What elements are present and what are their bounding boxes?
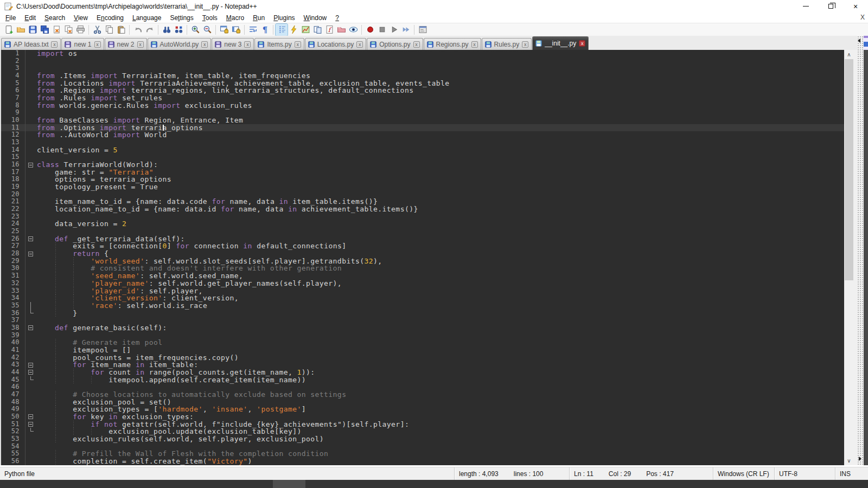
code-line[interactable]: 12from ..AutoWorld import World [1,131,844,139]
tab-close-icon[interactable]: x [579,40,585,47]
copy-icon[interactable] [103,24,115,36]
code-line[interactable]: 36 } [1,310,844,317]
tab-close-icon[interactable]: x [201,41,208,48]
code-line[interactable]: 55 # Prefill the Wall of Flesh with the … [1,450,844,458]
monitoring-eye-icon[interactable] [347,24,359,36]
menu-?[interactable]: ? [331,13,343,23]
show-all-characters-icon[interactable]: ¶ [259,24,271,36]
scroll-up-arrow-icon[interactable]: ∧ [844,50,854,59]
close-file-icon[interactable] [50,24,62,36]
tab-regions-py[interactable]: Regions.pyx [424,38,481,50]
code-line[interactable]: 16class TerrariaWorld(World): [1,161,844,169]
code-line[interactable]: 23 [1,213,844,221]
function-completion-icon[interactable] [288,24,299,36]
tab-close-icon[interactable]: x [244,41,251,48]
code-line[interactable]: 7from .Rules import set_rules [1,94,844,102]
fold-collapse-icon[interactable] [25,324,37,332]
tab-rules-py[interactable]: Rules.pyx [482,38,532,50]
menu-edit[interactable]: Edit [20,13,40,23]
redo-icon[interactable] [144,24,156,36]
document-map-icon[interactable] [299,24,311,36]
menu-search[interactable]: Search [40,13,69,23]
menu-settings[interactable]: Settings [165,13,197,23]
restore-button[interactable] [818,0,843,12]
tab-new-1[interactable]: new 1x [61,38,104,50]
code-line[interactable]: 14client_version = 5 [1,146,844,154]
code-line[interactable]: 8from worlds.generic.Rules import exclus… [1,102,844,110]
status-eol-format[interactable]: Windows (CR LF) [713,467,775,480]
macro-record-icon[interactable] [364,24,376,36]
code-line[interactable]: 21 item_name_to_id = {name: data.code fo… [1,198,844,206]
code-line[interactable]: 44 for count in range(pool_counts.get(it… [1,369,844,376]
tab-ap-ideas-txt[interactable]: AP Ideas.txtx [1,38,61,50]
fold-collapse-icon[interactable] [25,413,37,421]
code-line[interactable]: 25 [1,228,844,235]
macro-stop-icon[interactable] [376,24,388,36]
code-editor[interactable]: 1import os234from .Items import Terraria… [0,50,844,465]
code-line[interactable]: 10from BaseClasses import Region, Entran… [1,117,844,124]
paste-icon[interactable] [115,24,127,36]
dock-splitter-gripper[interactable] [857,36,864,465]
code-line[interactable]: 52 exclusion_pool.update(exclusion_table… [1,428,844,435]
print-icon[interactable] [74,24,86,36]
code-line[interactable]: 38 def generate_basic(self): [1,324,844,332]
document-list-icon[interactable] [311,24,323,36]
code-line[interactable]: 4from .Items import TerrariaItem, item_t… [1,72,844,80]
code-line[interactable]: 42 pool_counts = item_frequencies.copy() [1,354,844,362]
code-line[interactable]: 41 itempool = [] [1,346,844,354]
menu-plugins[interactable]: Plugins [269,13,299,23]
save-icon[interactable] [27,24,39,36]
status-typing-mode[interactable]: INS [835,467,868,480]
word-wrap-icon[interactable] [247,24,259,36]
new-file-icon[interactable] [3,24,15,36]
tab-close-icon[interactable]: x [471,41,478,48]
column-editor-icon[interactable] [417,24,429,36]
code-line[interactable]: 31 'seed_name': self.world.seed_name, [1,272,844,280]
find-icon[interactable] [161,24,173,36]
code-line[interactable]: 13 [1,139,844,146]
zoom-in-icon[interactable] [189,24,201,36]
code-line[interactable]: 34 'client_version': client_version, [1,294,844,302]
code-line[interactable]: 45 itempool.append(self.create_item(item… [1,376,844,384]
sync-vertical-icon[interactable] [218,24,230,36]
tab-autoworld-py[interactable]: AutoWorld.pyx [148,38,212,50]
tab-new-3[interactable]: new 3x [212,38,254,50]
code-line[interactable]: 33 'player_id': self.player, [1,287,844,295]
tab-close-icon[interactable]: x [51,41,58,48]
minimize-button[interactable] [793,0,818,12]
code-line[interactable]: 43 for item_name in item_table: [1,361,844,369]
code-line[interactable]: 53 exclusion_rules(self.world, self.play… [1,435,844,443]
scroll-down-arrow-icon[interactable]: ∨ [844,456,854,465]
code-line[interactable]: 27 exits = [connection[0] for connection… [1,242,844,250]
tab-close-icon[interactable]: x [94,41,101,48]
menu-run[interactable]: Run [248,13,269,23]
code-line[interactable]: 9 [1,109,844,117]
code-line[interactable]: 30 # consistent and doesn't interfere wi… [1,265,844,272]
code-line[interactable]: 37 [1,317,844,324]
code-line[interactable]: 6from .Regions import terraria_regions, … [1,87,844,94]
menu-file[interactable]: File [1,13,20,23]
fold-collapse-icon[interactable] [25,369,37,376]
code-line[interactable]: 50 for key in exclusion_types: [1,413,844,421]
undo-icon[interactable] [132,24,144,36]
code-line[interactable]: 47 # Choose locations to automatically e… [1,391,844,399]
tab-scroll-left-icon[interactable] [858,38,860,43]
replace-icon[interactable] [173,24,184,36]
status-encoding[interactable]: UTF-8 [775,467,835,480]
code-line[interactable]: 24 data_version = 2 [1,220,844,228]
fold-collapse-icon[interactable] [25,250,37,258]
code-line[interactable]: 3 [1,65,844,72]
tab-items-py[interactable]: Items.pyx [254,38,304,50]
tab-close-icon[interactable]: x [413,41,420,48]
tab-locations-py[interactable]: Locations.pyx [305,38,366,50]
code-line[interactable]: 54 [1,443,844,451]
code-line[interactable]: 17 game: str = "Terraria" [1,169,844,176]
fold-collapse-icon[interactable] [25,421,37,428]
code-line[interactable]: 20 [1,191,844,198]
docked-panel-tab[interactable] [864,36,868,50]
code-line[interactable]: 11from .Options import terraria_options [1,124,844,132]
code-line[interactable]: 32 'player_name': self.world.get_player_… [1,280,844,287]
menu-language[interactable]: Language [128,13,165,23]
sync-horizontal-icon[interactable] [230,24,242,36]
code-line[interactable]: 48 exclusion_pool = set() [1,399,844,406]
